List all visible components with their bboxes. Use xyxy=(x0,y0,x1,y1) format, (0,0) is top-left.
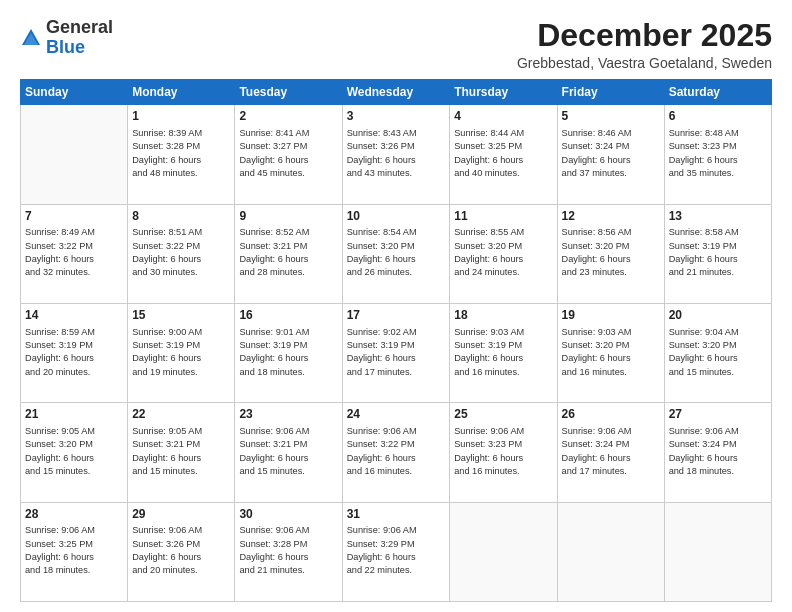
day-number: 10 xyxy=(347,208,446,225)
day-number: 23 xyxy=(239,406,337,423)
calendar-cell: 5Sunrise: 8:46 AM Sunset: 3:24 PM Daylig… xyxy=(557,105,664,204)
day-info: Sunrise: 8:56 AM Sunset: 3:20 PM Dayligh… xyxy=(562,226,660,279)
day-info: Sunrise: 9:01 AM Sunset: 3:19 PM Dayligh… xyxy=(239,326,337,379)
calendar-cell: 27Sunrise: 9:06 AM Sunset: 3:24 PM Dayli… xyxy=(664,403,771,502)
day-number: 18 xyxy=(454,307,552,324)
calendar-cell: 8Sunrise: 8:51 AM Sunset: 3:22 PM Daylig… xyxy=(128,204,235,303)
day-info: Sunrise: 8:44 AM Sunset: 3:25 PM Dayligh… xyxy=(454,127,552,180)
calendar-cell: 11Sunrise: 8:55 AM Sunset: 3:20 PM Dayli… xyxy=(450,204,557,303)
calendar-cell: 4Sunrise: 8:44 AM Sunset: 3:25 PM Daylig… xyxy=(450,105,557,204)
logo-general: General xyxy=(46,17,113,37)
day-number: 7 xyxy=(25,208,123,225)
day-info: Sunrise: 9:06 AM Sunset: 3:28 PM Dayligh… xyxy=(239,524,337,577)
day-info: Sunrise: 9:06 AM Sunset: 3:26 PM Dayligh… xyxy=(132,524,230,577)
day-info: Sunrise: 9:06 AM Sunset: 3:29 PM Dayligh… xyxy=(347,524,446,577)
calendar-cell: 3Sunrise: 8:43 AM Sunset: 3:26 PM Daylig… xyxy=(342,105,450,204)
calendar-cell: 2Sunrise: 8:41 AM Sunset: 3:27 PM Daylig… xyxy=(235,105,342,204)
calendar-cell xyxy=(664,502,771,601)
day-info: Sunrise: 8:46 AM Sunset: 3:24 PM Dayligh… xyxy=(562,127,660,180)
calendar-week-5: 28Sunrise: 9:06 AM Sunset: 3:25 PM Dayli… xyxy=(21,502,772,601)
calendar-cell: 14Sunrise: 8:59 AM Sunset: 3:19 PM Dayli… xyxy=(21,303,128,402)
day-info: Sunrise: 9:06 AM Sunset: 3:25 PM Dayligh… xyxy=(25,524,123,577)
day-number: 1 xyxy=(132,108,230,125)
logo-text: General Blue xyxy=(46,18,113,58)
calendar-cell: 29Sunrise: 9:06 AM Sunset: 3:26 PM Dayli… xyxy=(128,502,235,601)
day-info: Sunrise: 9:05 AM Sunset: 3:20 PM Dayligh… xyxy=(25,425,123,478)
day-info: Sunrise: 9:06 AM Sunset: 3:22 PM Dayligh… xyxy=(347,425,446,478)
logo-blue: Blue xyxy=(46,37,85,57)
day-number: 20 xyxy=(669,307,767,324)
title-block: December 2025 Grebbestad, Vaestra Goetal… xyxy=(517,18,772,71)
col-saturday: Saturday xyxy=(664,80,771,105)
day-number: 4 xyxy=(454,108,552,125)
calendar-cell: 12Sunrise: 8:56 AM Sunset: 3:20 PM Dayli… xyxy=(557,204,664,303)
calendar-cell: 24Sunrise: 9:06 AM Sunset: 3:22 PM Dayli… xyxy=(342,403,450,502)
day-number: 29 xyxy=(132,506,230,523)
calendar-cell: 1Sunrise: 8:39 AM Sunset: 3:28 PM Daylig… xyxy=(128,105,235,204)
day-info: Sunrise: 9:02 AM Sunset: 3:19 PM Dayligh… xyxy=(347,326,446,379)
day-info: Sunrise: 9:00 AM Sunset: 3:19 PM Dayligh… xyxy=(132,326,230,379)
col-thursday: Thursday xyxy=(450,80,557,105)
day-number: 22 xyxy=(132,406,230,423)
calendar-cell: 13Sunrise: 8:58 AM Sunset: 3:19 PM Dayli… xyxy=(664,204,771,303)
day-info: Sunrise: 8:55 AM Sunset: 3:20 PM Dayligh… xyxy=(454,226,552,279)
day-number: 30 xyxy=(239,506,337,523)
day-info: Sunrise: 8:49 AM Sunset: 3:22 PM Dayligh… xyxy=(25,226,123,279)
location-title: Grebbestad, Vaestra Goetaland, Sweden xyxy=(517,55,772,71)
calendar-cell xyxy=(450,502,557,601)
calendar-cell: 26Sunrise: 9:06 AM Sunset: 3:24 PM Dayli… xyxy=(557,403,664,502)
day-info: Sunrise: 8:41 AM Sunset: 3:27 PM Dayligh… xyxy=(239,127,337,180)
day-number: 8 xyxy=(132,208,230,225)
day-number: 17 xyxy=(347,307,446,324)
calendar-week-2: 7Sunrise: 8:49 AM Sunset: 3:22 PM Daylig… xyxy=(21,204,772,303)
day-number: 16 xyxy=(239,307,337,324)
logo: General Blue xyxy=(20,18,113,58)
col-wednesday: Wednesday xyxy=(342,80,450,105)
calendar-header-row: Sunday Monday Tuesday Wednesday Thursday… xyxy=(21,80,772,105)
day-number: 15 xyxy=(132,307,230,324)
day-number: 9 xyxy=(239,208,337,225)
day-info: Sunrise: 8:39 AM Sunset: 3:28 PM Dayligh… xyxy=(132,127,230,180)
calendar-cell: 31Sunrise: 9:06 AM Sunset: 3:29 PM Dayli… xyxy=(342,502,450,601)
calendar-cell: 7Sunrise: 8:49 AM Sunset: 3:22 PM Daylig… xyxy=(21,204,128,303)
calendar-cell: 30Sunrise: 9:06 AM Sunset: 3:28 PM Dayli… xyxy=(235,502,342,601)
day-number: 21 xyxy=(25,406,123,423)
day-number: 2 xyxy=(239,108,337,125)
calendar-cell: 23Sunrise: 9:06 AM Sunset: 3:21 PM Dayli… xyxy=(235,403,342,502)
calendar-cell: 9Sunrise: 8:52 AM Sunset: 3:21 PM Daylig… xyxy=(235,204,342,303)
calendar-cell: 10Sunrise: 8:54 AM Sunset: 3:20 PM Dayli… xyxy=(342,204,450,303)
day-number: 6 xyxy=(669,108,767,125)
day-info: Sunrise: 9:06 AM Sunset: 3:24 PM Dayligh… xyxy=(562,425,660,478)
day-info: Sunrise: 9:06 AM Sunset: 3:24 PM Dayligh… xyxy=(669,425,767,478)
calendar-cell: 28Sunrise: 9:06 AM Sunset: 3:25 PM Dayli… xyxy=(21,502,128,601)
calendar-cell: 22Sunrise: 9:05 AM Sunset: 3:21 PM Dayli… xyxy=(128,403,235,502)
calendar-cell: 15Sunrise: 9:00 AM Sunset: 3:19 PM Dayli… xyxy=(128,303,235,402)
calendar-week-3: 14Sunrise: 8:59 AM Sunset: 3:19 PM Dayli… xyxy=(21,303,772,402)
calendar-cell xyxy=(557,502,664,601)
header: General Blue December 2025 Grebbestad, V… xyxy=(20,18,772,71)
calendar-cell: 21Sunrise: 9:05 AM Sunset: 3:20 PM Dayli… xyxy=(21,403,128,502)
day-number: 3 xyxy=(347,108,446,125)
day-number: 24 xyxy=(347,406,446,423)
day-number: 12 xyxy=(562,208,660,225)
day-info: Sunrise: 9:04 AM Sunset: 3:20 PM Dayligh… xyxy=(669,326,767,379)
month-title: December 2025 xyxy=(517,18,772,53)
day-info: Sunrise: 8:48 AM Sunset: 3:23 PM Dayligh… xyxy=(669,127,767,180)
day-number: 31 xyxy=(347,506,446,523)
day-info: Sunrise: 8:54 AM Sunset: 3:20 PM Dayligh… xyxy=(347,226,446,279)
day-number: 27 xyxy=(669,406,767,423)
calendar-cell: 18Sunrise: 9:03 AM Sunset: 3:19 PM Dayli… xyxy=(450,303,557,402)
calendar-week-1: 1Sunrise: 8:39 AM Sunset: 3:28 PM Daylig… xyxy=(21,105,772,204)
calendar-cell: 25Sunrise: 9:06 AM Sunset: 3:23 PM Dayli… xyxy=(450,403,557,502)
col-friday: Friday xyxy=(557,80,664,105)
col-tuesday: Tuesday xyxy=(235,80,342,105)
col-monday: Monday xyxy=(128,80,235,105)
day-number: 26 xyxy=(562,406,660,423)
day-info: Sunrise: 9:06 AM Sunset: 3:23 PM Dayligh… xyxy=(454,425,552,478)
day-info: Sunrise: 8:43 AM Sunset: 3:26 PM Dayligh… xyxy=(347,127,446,180)
day-info: Sunrise: 8:51 AM Sunset: 3:22 PM Dayligh… xyxy=(132,226,230,279)
day-info: Sunrise: 8:58 AM Sunset: 3:19 PM Dayligh… xyxy=(669,226,767,279)
calendar-cell: 20Sunrise: 9:04 AM Sunset: 3:20 PM Dayli… xyxy=(664,303,771,402)
day-info: Sunrise: 9:03 AM Sunset: 3:19 PM Dayligh… xyxy=(454,326,552,379)
day-number: 25 xyxy=(454,406,552,423)
